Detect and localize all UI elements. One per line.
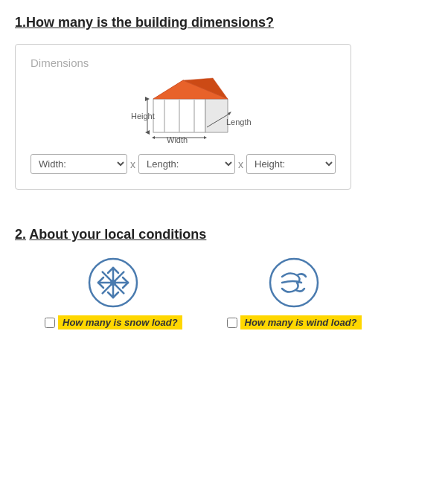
width-select[interactable]: Width: 10ft 12ft 14ft 16ft 18ft 20ft — [31, 154, 127, 174]
length-select[interactable]: Length: 20ft 25ft 30ft 35ft 40ft 50ft — [138, 154, 235, 174]
wind-label-text[interactable]: How many is wind load? — [240, 315, 362, 329]
times-sep-2: x — [235, 158, 246, 170]
section2-title-text: About your local conditions — [29, 227, 206, 242]
svg-point-31 — [270, 259, 318, 306]
section1-number: 1. — [15, 15, 26, 30]
svg-point-30 — [110, 280, 116, 286]
wind-condition-item: How many is wind load? — [227, 257, 362, 329]
snow-label-container: How many is snow load? — [45, 315, 182, 329]
section1-title-text: How many is the building dimensions? — [26, 15, 274, 30]
dimensions-label: Dimensions — [31, 57, 336, 69]
dropdowns-row: Width: 10ft 12ft 14ft 16ft 18ft 20ft x L… — [31, 154, 336, 174]
times-sep-1: x — [127, 158, 138, 170]
section2: 2. About your local conditions — [15, 227, 433, 329]
snow-icon — [88, 257, 138, 308]
svg-text:Length: Length — [226, 118, 252, 126]
section1-title: 1.How many is the building dimensions? — [15, 15, 433, 30]
section2-number: 2. — [15, 227, 26, 242]
section1: 1.How many is the building dimensions? D… — [15, 15, 433, 197]
building-svg: Height Width Length — [109, 77, 257, 144]
svg-text:Height: Height — [131, 112, 155, 120]
local-conditions-row: How many is snow load? — [45, 257, 433, 329]
snow-label-text[interactable]: How many is snow load? — [58, 315, 182, 329]
wind-icon — [269, 257, 319, 308]
building-illustration: Height Width Length — [31, 77, 336, 144]
wind-label-container: How many is wind load? — [227, 315, 362, 329]
svg-marker-11 — [152, 136, 155, 139]
height-select[interactable]: Height: 6ft 7ft 8ft 9ft 10ft 12ft — [246, 154, 336, 174]
snow-condition-item: How many is snow load? — [45, 257, 182, 329]
svg-text:Width: Width — [167, 135, 188, 144]
wind-checkbox[interactable] — [227, 318, 237, 328]
section2-title: 2. About your local conditions — [15, 227, 433, 242]
svg-marker-2 — [205, 99, 228, 132]
svg-marker-12 — [204, 136, 207, 139]
snow-checkbox[interactable] — [45, 318, 55, 328]
dimensions-box: Dimensions Height — [15, 44, 351, 190]
